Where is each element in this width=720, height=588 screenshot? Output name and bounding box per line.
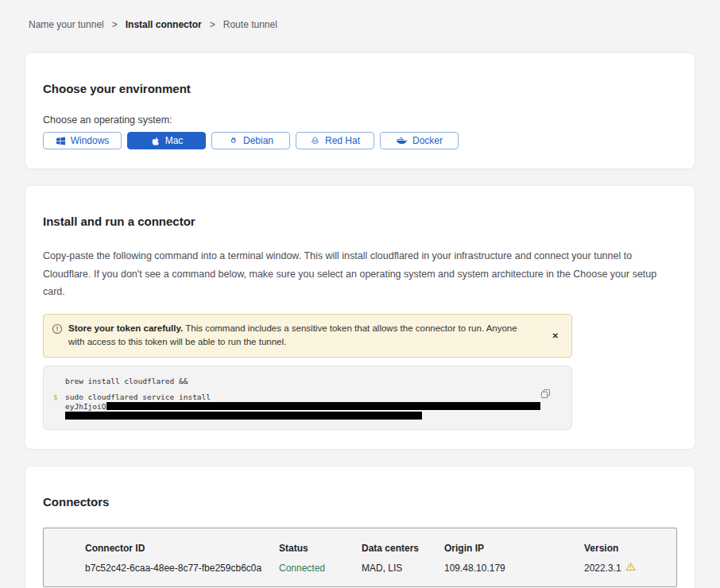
os-select-label: Choose an operating system: <box>43 114 677 126</box>
code-text: brew install cloudflared && <box>65 377 188 385</box>
data-centers-value: MAD, LIS <box>362 563 444 574</box>
apple-icon <box>150 136 161 146</box>
os-button-label: Docker <box>412 135 443 146</box>
redhat-icon <box>310 136 320 146</box>
col-header-origin-ip: Origin IP <box>444 543 584 554</box>
os-button-group: Windows Mac Debian Red Hat <box>43 132 677 149</box>
redacted-token-bar <box>65 412 422 420</box>
breadcrumb-step-name-tunnel[interactable]: Name your tunnel <box>29 19 104 30</box>
status-badge: Connected <box>279 563 362 574</box>
token-warning-banner: Store your token carefully. This command… <box>43 314 572 358</box>
os-button-docker[interactable]: Docker <box>380 132 459 149</box>
col-header-connector-id: Connector ID <box>85 543 279 554</box>
install-connector-title: Install and run a connector <box>43 215 677 228</box>
os-button-label: Mac <box>165 135 184 146</box>
code-line-brew: brew install cloudflared && <box>53 377 560 385</box>
copy-command-icon[interactable] <box>539 387 552 403</box>
debian-swirl-icon <box>228 136 238 146</box>
environment-card-title: Choose your environment <box>43 82 677 95</box>
code-line-sudo: $ sudo cloudflared service install eyJhI… <box>53 393 560 420</box>
breadcrumb-separator: > <box>210 19 215 30</box>
os-button-label: Red Hat <box>325 135 360 146</box>
code-text: sudo cloudflared service install <box>65 393 540 402</box>
col-header-data-centers: Data centers <box>362 543 444 554</box>
connectors-table-header: Connector ID Status Data centers Origin … <box>85 543 660 554</box>
environment-card: Choose your environment Choose an operat… <box>25 52 695 169</box>
page-content: Choose your environment Choose an operat… <box>25 52 695 588</box>
docker-whale-icon <box>396 136 408 145</box>
token-prefix: eyJhIjoiO <box>65 402 106 412</box>
connectors-card: Connectors Connector ID Status Data cent… <box>25 466 695 588</box>
connectors-title: Connectors <box>43 495 677 509</box>
version-cell: 2022.3.1 <box>584 562 660 574</box>
token-warning-text: Store your token carefully. This command… <box>68 322 525 350</box>
col-header-status: Status <box>279 543 362 554</box>
col-header-version: Version <box>584 543 660 554</box>
breadcrumb: Name your tunnel > Install connector > R… <box>0 0 720 30</box>
breadcrumb-step-route-tunnel[interactable]: Route tunnel <box>223 19 277 30</box>
alert-circle-icon <box>52 323 63 339</box>
install-command-codeblock: brew install cloudflared && $ sudo cloud… <box>43 366 572 430</box>
os-button-debian[interactable]: Debian <box>211 132 290 149</box>
os-button-label: Debian <box>243 135 273 146</box>
os-button-redhat[interactable]: Red Hat <box>296 132 374 149</box>
os-button-label: Windows <box>71 135 110 146</box>
os-button-windows[interactable]: Windows <box>43 132 122 149</box>
redacted-token-bar <box>106 402 540 410</box>
banner-close-icon[interactable]: ✕ <box>548 328 563 343</box>
breadcrumb-separator: > <box>112 19 118 30</box>
version-warning-icon <box>625 562 636 574</box>
token-warning-title: Store your token carefully. <box>68 323 183 333</box>
install-connector-card: Install and run a connector Copy-paste t… <box>25 185 695 450</box>
breadcrumb-step-install-connector[interactable]: Install connector <box>126 19 202 30</box>
table-row: b7c52c42-6caa-48ee-8c77-fbe259cb6c0a Con… <box>85 562 660 574</box>
windows-icon <box>56 136 66 146</box>
os-button-mac[interactable]: Mac <box>127 132 206 149</box>
origin-ip-value: 109.48.10.179 <box>444 563 584 574</box>
version-value: 2022.3.1 <box>584 563 621 574</box>
token-line: eyJhIjoiO <box>65 402 540 412</box>
shell-prompt: $ <box>53 393 65 420</box>
install-connector-description: Copy-paste the following command into a … <box>43 247 677 301</box>
connectors-table: Connector ID Status Data centers Origin … <box>43 528 677 587</box>
connector-id-value: b7c52c42-6caa-48ee-8c77-fbe259cb6c0a <box>85 563 279 574</box>
